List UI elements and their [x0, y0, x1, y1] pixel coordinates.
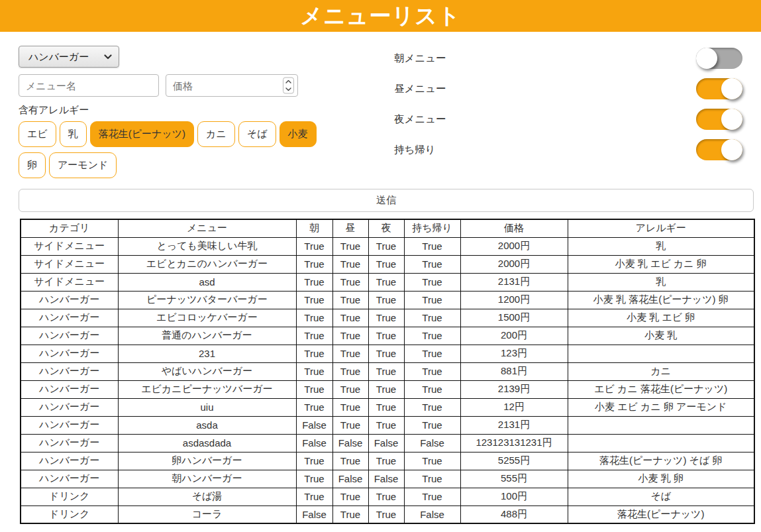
- table-cell: 2131円: [460, 416, 568, 434]
- allergen-button-crab[interactable]: カニ: [197, 121, 235, 147]
- allergen-button-almond[interactable]: アーモンド: [49, 152, 117, 178]
- table-cell: ハンバーガー: [21, 416, 118, 434]
- table-cell: 2000円: [460, 255, 568, 273]
- table-cell: エビとカニのハンバーガー: [118, 255, 296, 273]
- table-cell: ハンバーガー: [21, 362, 118, 380]
- table-cell: True: [296, 327, 332, 345]
- number-spinner[interactable]: [283, 78, 294, 94]
- allergen-button-shrimp[interactable]: エビ: [19, 121, 56, 147]
- table-cell: True: [296, 345, 332, 362]
- allergen-button-buckwheat[interactable]: そば: [238, 121, 276, 147]
- toggle-row-morning-menu: 朝メニュー: [394, 48, 742, 69]
- category-select[interactable]: ハンバーガー: [19, 46, 119, 68]
- toggle-knob[interactable]: [721, 78, 742, 99]
- table-cell: 200円: [460, 327, 568, 345]
- toggle-morning-menu[interactable]: [696, 48, 742, 69]
- table-cell: True: [296, 470, 332, 488]
- table-cell: [568, 434, 754, 452]
- table-row: ハンバーガー231TrueTrueTrueTrue123円: [21, 345, 754, 362]
- table-cell: エビカニピーナッツバーガー: [118, 380, 296, 398]
- table-cell: とっても美味しい牛乳: [118, 237, 296, 255]
- table-cell: True: [332, 505, 368, 523]
- toggle-lunch-menu[interactable]: [696, 78, 742, 99]
- table-cell: asd: [118, 273, 296, 291]
- table-cell: カニ: [568, 362, 754, 380]
- table-cell: asda: [118, 416, 296, 434]
- table-cell: True: [332, 255, 368, 273]
- menu-table: カテゴリメニュー朝昼夜持ち帰り価格アレルギー サイドメニューとっても美味しい牛乳…: [20, 219, 755, 524]
- table-cell: [568, 345, 754, 362]
- table-row: ハンバーガー朝ハンバーガーTrueFalseFalseTrue555円小麦 乳 …: [21, 470, 754, 488]
- table-cell: False: [404, 505, 460, 523]
- table-cell: そば: [568, 488, 754, 505]
- table-cell: True: [296, 291, 332, 309]
- toggle-row-dinner-menu: 夜メニュー: [394, 109, 742, 130]
- table-cell: 2131円: [460, 273, 568, 291]
- filter-left-column: ハンバーガー: [19, 46, 323, 178]
- table-cell: 1200円: [460, 291, 568, 309]
- table-cell: [568, 416, 754, 434]
- table-cell: asdasdada: [118, 434, 296, 452]
- table-cell: ハンバーガー: [21, 291, 118, 309]
- table-cell: False: [404, 434, 460, 452]
- table-cell: True: [332, 237, 368, 255]
- table-cell: エビコロッケバーガー: [118, 309, 296, 327]
- table-cell: True: [368, 488, 404, 505]
- toggle-takeout[interactable]: [696, 139, 742, 160]
- table-cell: 123円: [460, 345, 568, 362]
- table-cell: uiu: [118, 398, 296, 416]
- toggle-dinner-menu[interactable]: [696, 109, 742, 130]
- table-cell: True: [404, 255, 460, 273]
- table-cell: ドリンク: [21, 488, 118, 505]
- price-input-wrap: [166, 74, 298, 97]
- table-cell: True: [368, 309, 404, 327]
- table-cell: そば湯: [118, 488, 296, 505]
- table-cell: 2000円: [460, 237, 568, 255]
- table-row: サイドメニューasdTrueTrueTrueTrue2131円乳: [21, 273, 754, 291]
- allergen-button-wheat[interactable]: 小麦: [279, 121, 317, 147]
- table-cell: True: [296, 380, 332, 398]
- table-cell: True: [368, 255, 404, 273]
- table-cell: 普通のハンバーガー: [118, 327, 296, 345]
- toggle-label-takeout: 持ち帰り: [394, 143, 436, 157]
- table-cell: True: [368, 505, 404, 523]
- table-cell: 小麦 乳 エビ 卵: [568, 309, 754, 327]
- table-header-cell: メニュー: [118, 219, 296, 237]
- menu-name-input[interactable]: [19, 74, 159, 97]
- table-cell: True: [332, 362, 368, 380]
- table-cell: True: [368, 273, 404, 291]
- allergen-button-peanut[interactable]: 落花生(ピーナッツ): [90, 121, 194, 147]
- toggle-knob[interactable]: [696, 48, 717, 69]
- table-cell: True: [296, 309, 332, 327]
- allergen-button-egg[interactable]: 卵: [19, 152, 46, 178]
- table-row: ハンバーガーピーナッツバターバーガーTrueTrueTrueTrue1200円小…: [21, 291, 754, 309]
- table-header-cell: 朝: [296, 219, 332, 237]
- toggle-knob[interactable]: [721, 139, 742, 160]
- table-cell: True: [296, 452, 332, 470]
- table-row: サイドメニューとっても美味しい牛乳TrueTrueTrueTrue2000円乳: [21, 237, 754, 255]
- table-cell: True: [368, 362, 404, 380]
- table-cell: 231: [118, 345, 296, 362]
- table-cell: True: [404, 398, 460, 416]
- table-cell: True: [404, 309, 460, 327]
- table-cell: 12円: [460, 398, 568, 416]
- table-cell: 落花生(ピーナッツ) そば 卵: [568, 452, 754, 470]
- price-input[interactable]: [166, 74, 298, 97]
- inputs-row: [19, 74, 323, 97]
- table-cell: 小麦 乳 卵: [568, 470, 754, 488]
- submit-button[interactable]: 送信: [19, 189, 754, 212]
- table-cell: False: [332, 470, 368, 488]
- spinner-down-icon[interactable]: [283, 85, 293, 93]
- table-cell: True: [332, 327, 368, 345]
- table-cell: True: [332, 416, 368, 434]
- table-cell: 1500円: [460, 309, 568, 327]
- spinner-up-icon[interactable]: [283, 78, 293, 86]
- table-cell: False: [296, 416, 332, 434]
- table-cell: False: [296, 505, 332, 523]
- table-cell: 555円: [460, 470, 568, 488]
- table-cell: 小麦 乳 エビ カニ 卵: [568, 255, 754, 273]
- toggle-knob[interactable]: [721, 109, 742, 130]
- category-select-wrap: ハンバーガー: [19, 46, 119, 68]
- table-cell: ハンバーガー: [21, 434, 118, 452]
- allergen-button-milk[interactable]: 乳: [60, 121, 87, 147]
